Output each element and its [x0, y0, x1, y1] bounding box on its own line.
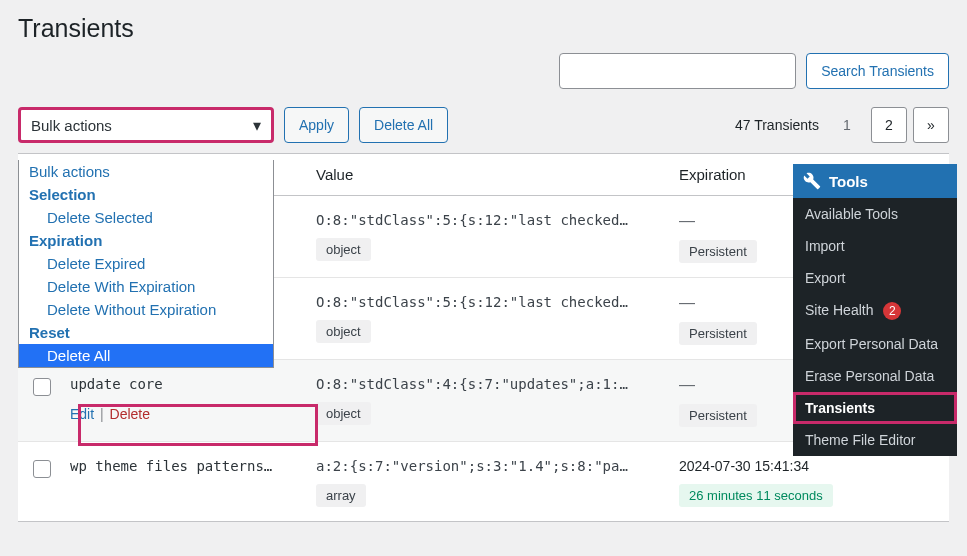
- edit-link[interactable]: Edit: [70, 406, 94, 422]
- tools-site-health-label: Site Health: [805, 302, 873, 318]
- tools-header[interactable]: Tools: [793, 164, 957, 198]
- search-transients-button[interactable]: Search Transients: [806, 53, 949, 89]
- group-expiration: Expiration: [19, 229, 273, 252]
- header-value[interactable]: Value: [306, 166, 669, 183]
- option-delete-expired[interactable]: Delete Expired: [19, 252, 273, 275]
- type-badge: object: [316, 320, 371, 343]
- tools-title: Tools: [829, 173, 868, 190]
- bulk-actions-dropdown[interactable]: Bulk actions Selection Delete Selected E…: [18, 160, 274, 368]
- row-value: O:8:"stdClass":5:{s:12:"last_checked…: [316, 212, 636, 228]
- type-badge: object: [316, 402, 371, 425]
- row-expiration: 2024-07-30 15:41:34: [679, 458, 949, 474]
- option-bulk-actions[interactable]: Bulk actions: [19, 160, 273, 183]
- row-value: a:2:{s:7:"version";s:3:"1.4";s:8:"pa…: [316, 458, 636, 474]
- search-controls: Search Transients: [0, 43, 967, 107]
- separator: |: [100, 406, 104, 422]
- action-left: Bulk actions ▾ Apply Delete All: [18, 107, 448, 143]
- row-name[interactable]: wp_theme_files_patterns…: [70, 458, 290, 474]
- option-delete-selected[interactable]: Delete Selected: [19, 206, 273, 229]
- tools-export[interactable]: Export: [793, 262, 957, 294]
- persist-badge: Persistent: [679, 322, 757, 345]
- group-reset: Reset: [19, 321, 273, 344]
- action-right: 47 Transients 1 2 »: [735, 107, 949, 143]
- type-badge: object: [316, 238, 371, 261]
- row-checkbox[interactable]: [33, 378, 51, 396]
- tools-transients[interactable]: Transients: [793, 392, 957, 424]
- persist-badge: Persistent: [679, 240, 757, 263]
- tools-flyout: Tools Available Tools Import Export Site…: [793, 164, 957, 456]
- row-checkbox[interactable]: [33, 460, 51, 478]
- page-next[interactable]: »: [913, 107, 949, 143]
- delete-link[interactable]: Delete: [110, 406, 150, 422]
- row-value: O:8:"stdClass":5:{s:12:"last_checked…: [316, 294, 636, 310]
- tools-import[interactable]: Import: [793, 230, 957, 262]
- option-delete-with-expiration[interactable]: Delete With Expiration: [19, 275, 273, 298]
- chevron-down-icon: ▾: [253, 116, 261, 135]
- apply-button[interactable]: Apply: [284, 107, 349, 143]
- option-delete-without-expiration[interactable]: Delete Without Expiration: [19, 298, 273, 321]
- persist-badge: 26 minutes 11 seconds: [679, 484, 833, 507]
- group-selection: Selection: [19, 183, 273, 206]
- page-2[interactable]: 2: [871, 107, 907, 143]
- persist-badge: Persistent: [679, 404, 757, 427]
- transients-count: 47 Transients: [735, 117, 819, 133]
- search-input[interactable]: [559, 53, 796, 89]
- bulk-actions-label: Bulk actions: [31, 117, 112, 134]
- action-row: Bulk actions ▾ Apply Delete All 47 Trans…: [0, 107, 967, 153]
- page-title: Transients: [0, 0, 967, 43]
- delete-all-button[interactable]: Delete All: [359, 107, 448, 143]
- tools-available[interactable]: Available Tools: [793, 198, 957, 230]
- tools-site-health[interactable]: Site Health 2: [793, 294, 957, 328]
- site-health-badge: 2: [883, 302, 901, 320]
- row-actions: Edit | Delete: [70, 406, 306, 422]
- tools-erase-personal[interactable]: Erase Personal Data: [793, 360, 957, 392]
- wrench-icon: [803, 172, 821, 190]
- row-value: O:8:"stdClass":4:{s:7:"updates";a:1:…: [316, 376, 636, 392]
- type-badge: array: [316, 484, 366, 507]
- page-1: 1: [829, 107, 865, 143]
- tools-theme-file-editor[interactable]: Theme File Editor: [793, 424, 957, 456]
- row-name[interactable]: update_core: [70, 376, 290, 392]
- option-delete-all[interactable]: Delete All: [19, 344, 273, 367]
- pagination: 1 2 »: [829, 107, 949, 143]
- bulk-actions-select[interactable]: Bulk actions ▾: [18, 107, 274, 143]
- tools-export-personal[interactable]: Export Personal Data: [793, 328, 957, 360]
